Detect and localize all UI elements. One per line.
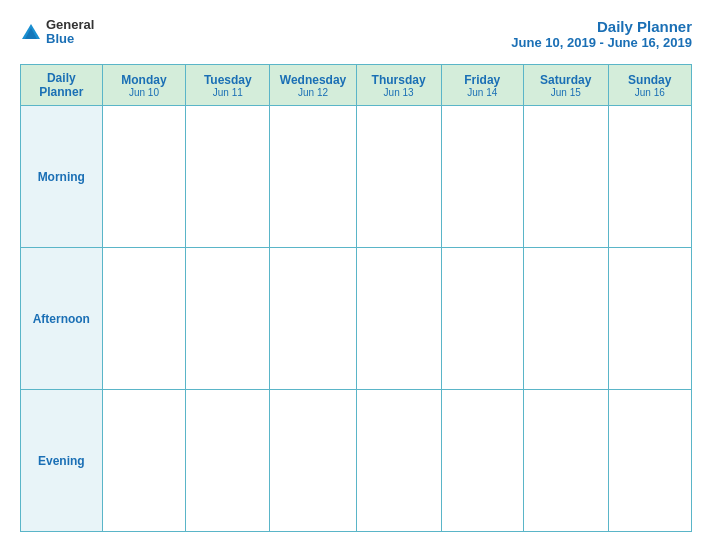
- afternoon-label: Afternoon: [21, 248, 103, 390]
- col-header-monday: Monday Jun 10: [102, 65, 186, 106]
- logo: General Blue: [20, 18, 94, 47]
- evening-thursday[interactable]: [356, 390, 441, 532]
- col-header-thursday: Thursday Jun 13: [356, 65, 441, 106]
- col-header-tuesday: Tuesday Jun 11: [186, 65, 270, 106]
- evening-monday[interactable]: [102, 390, 186, 532]
- header-row: Daily Planner Monday Jun 10 Tuesday Jun …: [21, 65, 692, 106]
- morning-friday[interactable]: [441, 106, 524, 248]
- morning-monday[interactable]: [102, 106, 186, 248]
- col-header-saturday: Saturday Jun 15: [524, 65, 608, 106]
- afternoon-friday[interactable]: [441, 248, 524, 390]
- col-header-friday: Friday Jun 14: [441, 65, 524, 106]
- evening-row: Evening: [21, 390, 692, 532]
- col-header-label: Daily Planner: [21, 65, 103, 106]
- evening-wednesday[interactable]: [270, 390, 356, 532]
- morning-tuesday[interactable]: [186, 106, 270, 248]
- evening-friday[interactable]: [441, 390, 524, 532]
- planner-date-range: June 10, 2019 - June 16, 2019: [511, 35, 692, 50]
- morning-saturday[interactable]: [524, 106, 608, 248]
- morning-row: Morning: [21, 106, 692, 248]
- col-header-sunday: Sunday Jun 16: [608, 65, 692, 106]
- evening-label: Evening: [21, 390, 103, 532]
- planner-table: Daily Planner Monday Jun 10 Tuesday Jun …: [20, 64, 692, 532]
- logo-blue-text: Blue: [46, 32, 94, 46]
- morning-wednesday[interactable]: [270, 106, 356, 248]
- afternoon-wednesday[interactable]: [270, 248, 356, 390]
- logo-text: General Blue: [46, 18, 94, 47]
- evening-tuesday[interactable]: [186, 390, 270, 532]
- morning-thursday[interactable]: [356, 106, 441, 248]
- morning-sunday[interactable]: [608, 106, 692, 248]
- afternoon-sunday[interactable]: [608, 248, 692, 390]
- afternoon-thursday[interactable]: [356, 248, 441, 390]
- header: General Blue Daily Planner June 10, 2019…: [20, 18, 692, 50]
- afternoon-row: Afternoon: [21, 248, 692, 390]
- logo-general-text: General: [46, 18, 94, 32]
- afternoon-saturday[interactable]: [524, 248, 608, 390]
- afternoon-tuesday[interactable]: [186, 248, 270, 390]
- evening-saturday[interactable]: [524, 390, 608, 532]
- col-header-wednesday: Wednesday Jun 12: [270, 65, 356, 106]
- page: General Blue Daily Planner June 10, 2019…: [0, 0, 712, 550]
- afternoon-monday[interactable]: [102, 248, 186, 390]
- morning-label: Morning: [21, 106, 103, 248]
- evening-sunday[interactable]: [608, 390, 692, 532]
- planner-title: Daily Planner: [511, 18, 692, 35]
- title-block: Daily Planner June 10, 2019 - June 16, 2…: [511, 18, 692, 50]
- logo-icon: [20, 21, 42, 43]
